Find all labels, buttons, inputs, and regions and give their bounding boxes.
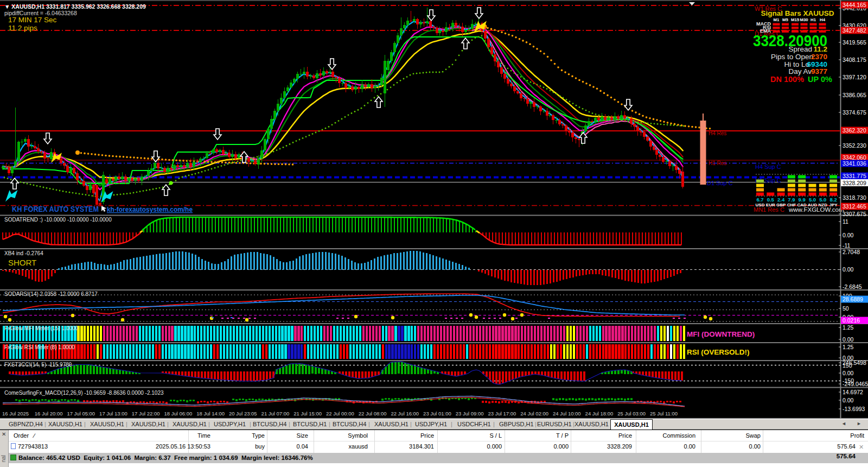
- svg-text:17 Jul 05:00: 17 Jul 05:00: [67, 411, 95, 416]
- svg-text:0.5: 0.5: [767, 197, 775, 203]
- svg-text:3312.465: 3312.465: [843, 203, 866, 210]
- svg-text:DN 100%: DN 100%: [770, 75, 804, 84]
- svg-text:H4 Sup C: H4 Sup C: [755, 163, 781, 170]
- svg-text:9.9: 9.9: [799, 197, 806, 203]
- svg-text:-2.6845: -2.6845: [843, 283, 862, 290]
- svg-text:M30: M30: [800, 17, 808, 22]
- svg-text:22 Jul 16:00: 22 Jul 16:00: [391, 411, 419, 416]
- svg-text:0.00: 0.00: [843, 397, 854, 403]
- svg-text:SODARSI(14) 2.0358 -12.0000 6.: SODARSI(14) 2.0358 -12.0000 6.8717: [4, 291, 98, 297]
- svg-text:0.00: 0.00: [843, 266, 854, 273]
- svg-text:ComeSurfingFx_MACD(12,26,9) -1: ComeSurfingFx_MACD(12,26,9) -10.9659 -8.…: [4, 390, 164, 396]
- svg-text:H4 Res: H4 Res: [709, 130, 726, 136]
- svg-text:5.0: 5.0: [819, 197, 826, 203]
- svg-text:-249.0465: -249.0465: [843, 381, 868, 387]
- svg-text:22 Jul 00:00: 22 Jul 00:00: [326, 411, 354, 416]
- svg-text:11.2: 11.2: [813, 45, 827, 53]
- svg-text:SODATREND :) -10.0000 -10.0000: SODATREND :) -10.0000 -10.0000 -10.0000: [4, 217, 112, 223]
- svg-text:28.6889: 28.6889: [843, 296, 863, 302]
- svg-text:11: 11: [843, 218, 848, 225]
- svg-text:24 Jul 02:00: 24 Jul 02:00: [520, 411, 548, 416]
- svg-text:Spread: Spread: [788, 45, 812, 53]
- svg-text:3331.775: 3331.775: [843, 173, 866, 179]
- svg-text:USD: USD: [756, 203, 765, 207]
- svg-text:3374.675: 3374.675: [843, 109, 866, 116]
- svg-text:CAD: CAD: [797, 203, 807, 207]
- svg-text:0.00: 0.00: [843, 370, 854, 376]
- svg-text:0.00: 0.00: [843, 232, 854, 238]
- svg-text:MFI (DOWNTREND): MFI (DOWNTREND): [687, 330, 755, 338]
- svg-text:50: 50: [843, 305, 849, 312]
- svg-text:11.2 pips: 11.2 pips: [8, 24, 37, 32]
- svg-text:3352.230: 3352.230: [843, 142, 866, 149]
- svg-text:23 Jul 17:00: 23 Jul 17:00: [488, 411, 516, 416]
- svg-text:17 Jul 13:00: 17 Jul 13:00: [99, 411, 127, 416]
- svg-text:21 Jul 15:00: 21 Jul 15:00: [293, 411, 322, 416]
- svg-text:NZD: NZD: [819, 203, 828, 207]
- svg-text:8.2: 8.2: [829, 197, 837, 203]
- svg-text:-13.6993: -13.6993: [843, 406, 865, 412]
- svg-text:16 Jul 20:00: 16 Jul 20:00: [35, 411, 63, 416]
- svg-text:MN1 Res C: MN1 Res C: [754, 206, 784, 213]
- svg-text:Day Av: Day Av: [788, 67, 812, 75]
- svg-text:17 Jul 22:00: 17 Jul 22:00: [132, 411, 160, 416]
- svg-text:UP 0%: UP 0%: [808, 75, 832, 84]
- svg-text:9377: 9377: [811, 67, 827, 75]
- svg-text:1.25: 1.25: [843, 344, 854, 350]
- svg-text:3386.065: 3386.065: [843, 92, 866, 98]
- svg-text:GBP: GBP: [776, 203, 786, 207]
- svg-text:24 Jul 18:00: 24 Jul 18:00: [585, 411, 614, 416]
- svg-text:3318.730: 3318.730: [843, 194, 866, 201]
- svg-text:Signal Bars XAUUSD: Signal Bars XAUUSD: [761, 9, 834, 17]
- svg-text:18 Jul 14:00: 18 Jul 14:00: [196, 411, 225, 416]
- svg-text:kh-forexautosystem.com/he: kh-forexautosystem.com/he: [107, 205, 193, 213]
- svg-text:FxGlow MFI Meter (15) 1.0000: FxGlow MFI Meter (15) 1.0000: [4, 325, 79, 331]
- svg-text:0.00: 0.00: [843, 336, 854, 343]
- svg-text:23 Jul 09:00: 23 Jul 09:00: [456, 411, 484, 416]
- svg-text:22 Jul 08:00: 22 Jul 08:00: [359, 411, 387, 416]
- svg-text:H1 Res: H1 Res: [709, 160, 726, 166]
- svg-text:20 Jul 23:05: 20 Jul 23:05: [229, 411, 257, 416]
- svg-text:3328.209: 3328.209: [843, 180, 866, 186]
- svg-text:3427.482: 3427.482: [843, 27, 866, 34]
- svg-text:17 MIN 17 Sec: 17 MIN 17 Sec: [8, 16, 57, 24]
- svg-text:25 Jul 03:00: 25 Jul 03:00: [617, 411, 646, 416]
- svg-text:6.7: 6.7: [756, 197, 763, 203]
- svg-text:www.FXGLOW.com: www.FXGLOW.com: [788, 206, 844, 213]
- svg-text:0.0216: 0.0216: [843, 317, 860, 324]
- svg-text:3408.175: 3408.175: [843, 56, 866, 63]
- svg-text:CHF: CHF: [787, 203, 796, 207]
- svg-text:3419.565: 3419.565: [843, 39, 866, 46]
- svg-text:3397.120: 3397.120: [843, 74, 866, 80]
- svg-text:M5: M5: [782, 17, 788, 22]
- svg-text:M1: M1: [774, 17, 780, 22]
- svg-text:16 Jul 2025: 16 Jul 2025: [2, 411, 29, 416]
- svg-text:D1 Sup C: D1 Sup C: [707, 180, 733, 186]
- svg-text:24 Jul 10:00: 24 Jul 10:00: [553, 411, 581, 416]
- svg-text:SHORT: SHORT: [8, 258, 36, 267]
- svg-text:150: 150: [843, 362, 852, 369]
- svg-text:3341.036: 3341.036: [843, 160, 866, 167]
- svg-text:H4: H4: [820, 17, 826, 22]
- svg-text:25 Jul 11:00: 25 Jul 11:00: [650, 411, 678, 416]
- svg-text:▼ XAUUSD,H1 3331.817 3335.962: ▼ XAUUSD,H1 3331.817 3335.962 3326.668 3…: [4, 3, 146, 10]
- svg-text:EUR: EUR: [766, 203, 775, 207]
- svg-text:2.4: 2.4: [777, 197, 785, 203]
- svg-text:3362.320: 3362.320: [843, 127, 866, 134]
- svg-text:21 Jul 07:00: 21 Jul 07:00: [261, 411, 290, 416]
- svg-text:H1: H1: [810, 17, 816, 22]
- svg-text:M15: M15: [791, 17, 800, 22]
- svg-text:14.6972: 14.6972: [843, 389, 863, 395]
- svg-text:1.25: 1.25: [843, 324, 854, 331]
- svg-text:RSI (OVERSOLD!): RSI (OVERSOLD!): [687, 348, 750, 356]
- svg-text:FxGlow RSI Meter (8) 1.0000: FxGlow RSI Meter (8) 1.0000: [4, 344, 75, 350]
- svg-text:JPY: JPY: [829, 203, 838, 207]
- svg-text:2.7048: 2.7048: [843, 249, 860, 255]
- svg-text:7.9: 7.9: [788, 197, 795, 203]
- svg-text:XB4 ind -0.2764: XB4 ind -0.2764: [4, 250, 43, 256]
- svg-text:23 Jul 01:00: 23 Jul 01:00: [423, 411, 451, 416]
- svg-text:KH FOREX AUTO SYSTEM: KH FOREX AUTO SYSTEM: [12, 205, 99, 213]
- svg-text:3444.165: 3444.165: [843, 2, 866, 8]
- svg-text:3307.675: 3307.675: [843, 211, 866, 217]
- svg-text:5.0: 5.0: [809, 197, 816, 203]
